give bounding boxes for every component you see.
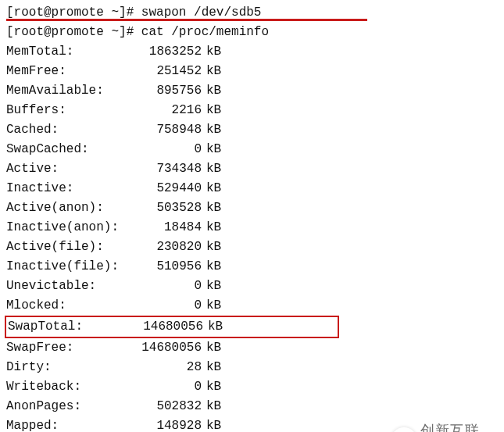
- meminfo-row: Inactive(file):510956kB: [6, 257, 502, 277]
- meminfo-key: Dirty:: [6, 358, 131, 377]
- meminfo-unit: kB: [202, 42, 221, 62]
- meminfo-row: Inactive:529440kB: [6, 179, 502, 198]
- meminfo-key: Active(anon):: [6, 198, 131, 218]
- meminfo-value: 14680056: [131, 338, 202, 358]
- meminfo-key: Active:: [6, 159, 131, 179]
- prompt-prefix: [root@promote ~]#: [6, 25, 141, 39]
- meminfo-value: 0: [131, 377, 202, 397]
- meminfo-value: 502832: [131, 397, 202, 416]
- meminfo-row: SwapTotal:14680056kB: [5, 316, 339, 338]
- meminfo-unit: kB: [202, 237, 221, 257]
- meminfo-row: Writeback:0kB: [6, 377, 502, 397]
- meminfo-key: Writeback:: [6, 377, 131, 397]
- watermark: 创新互联 www.cdcxhl.com: [391, 424, 504, 432]
- terminal-output: [root@promote ~]# swapon /dev/sdb5 [root…: [0, 0, 504, 432]
- meminfo-value: 0: [131, 277, 202, 296]
- meminfo-row: MemTotal:1863252kB: [6, 42, 502, 62]
- meminfo-unit: kB: [202, 101, 221, 120]
- meminfo-unit: kB: [202, 416, 221, 432]
- meminfo-value: 529440: [131, 179, 202, 198]
- meminfo-value: 758948: [131, 120, 202, 140]
- meminfo-row: Active(anon):503528kB: [6, 198, 502, 218]
- meminfo-value: 734348: [131, 159, 202, 179]
- meminfo-key: Buffers:: [6, 101, 131, 120]
- meminfo-key: MemAvailable:: [6, 81, 131, 101]
- meminfo-row: Cached:758948kB: [6, 120, 502, 140]
- meminfo-unit: kB: [202, 257, 221, 277]
- meminfo-key: Active(file):: [6, 237, 131, 257]
- meminfo-row: Inactive(anon):18484kB: [6, 218, 502, 237]
- meminfo-value: 0: [131, 140, 202, 159]
- meminfo-row: AnonPages:502832kB: [6, 397, 502, 416]
- meminfo-unit: kB: [202, 296, 221, 316]
- meminfo-value: 28: [131, 358, 202, 377]
- meminfo-key: Inactive(anon):: [6, 218, 131, 237]
- meminfo-value: 503528: [131, 198, 202, 218]
- meminfo-key: Mapped:: [6, 416, 131, 432]
- meminfo-row: Buffers:2216kB: [6, 101, 502, 120]
- meminfo-row: Unevictable:0kB: [6, 277, 502, 296]
- watermark-brand: 创新互联: [420, 421, 480, 432]
- prompt-prefix: [root@promote ~]#: [6, 5, 141, 20]
- meminfo-unit: kB: [202, 81, 221, 101]
- meminfo-key: Inactive(file):: [6, 257, 131, 277]
- meminfo-unit: kB: [202, 159, 221, 179]
- meminfo-row: Active(file):230820kB: [6, 237, 502, 257]
- meminfo-row: MemAvailable:895756kB: [6, 81, 502, 101]
- meminfo-key: SwapTotal:: [8, 317, 133, 337]
- meminfo-unit: kB: [202, 338, 221, 358]
- meminfo-unit: kB: [202, 218, 221, 237]
- meminfo-row: Dirty:28kB: [6, 358, 502, 377]
- meminfo-value: 148928: [131, 416, 202, 432]
- meminfo-unit: kB: [202, 179, 221, 198]
- meminfo-value: 14680056: [133, 317, 203, 337]
- meminfo-key: Inactive:: [6, 179, 131, 198]
- meminfo-unit: kB: [203, 317, 223, 337]
- meminfo-list: MemTotal:1863252kBMemFree:251452kBMemAva…: [6, 42, 502, 432]
- meminfo-unit: kB: [202, 140, 221, 159]
- meminfo-unit: kB: [202, 62, 221, 81]
- meminfo-key: Unevictable:: [6, 277, 131, 296]
- meminfo-value: 2216: [131, 101, 202, 120]
- command-cat-meminfo: cat /proc/meminfo: [141, 25, 269, 39]
- meminfo-row: Active:734348kB: [6, 159, 502, 179]
- watermark-logo-icon: [391, 427, 417, 432]
- meminfo-key: MemFree:: [6, 62, 131, 81]
- meminfo-value: 895756: [131, 81, 202, 101]
- meminfo-row: Mlocked:0kB: [6, 296, 502, 316]
- meminfo-row: SwapCached:0kB: [6, 140, 502, 159]
- meminfo-value: 230820: [131, 237, 202, 257]
- meminfo-unit: kB: [202, 198, 221, 218]
- meminfo-unit: kB: [202, 358, 221, 377]
- meminfo-value: 0: [131, 296, 202, 316]
- meminfo-value: 1863252: [131, 42, 202, 62]
- highlight-underline: [6, 19, 367, 24]
- command-swapon: swapon /dev/sdb5: [141, 5, 262, 20]
- meminfo-key: AnonPages:: [6, 397, 131, 416]
- meminfo-key: MemTotal:: [6, 42, 131, 62]
- prompt-line-2: [root@promote ~]# cat /proc/meminfo: [6, 23, 502, 42]
- meminfo-unit: kB: [202, 277, 221, 296]
- meminfo-value: 251452: [131, 62, 202, 81]
- meminfo-value: 18484: [131, 218, 202, 237]
- meminfo-unit: kB: [202, 120, 221, 140]
- meminfo-unit: kB: [202, 397, 221, 416]
- meminfo-key: SwapFree:: [6, 338, 131, 358]
- meminfo-unit: kB: [202, 377, 221, 397]
- meminfo-value: 510956: [131, 257, 202, 277]
- meminfo-row: MemFree:251452kB: [6, 62, 502, 81]
- meminfo-key: Cached:: [6, 120, 131, 140]
- meminfo-key: Mlocked:: [6, 296, 131, 316]
- meminfo-row: SwapFree:14680056kB: [6, 338, 502, 358]
- meminfo-key: SwapCached:: [6, 140, 131, 159]
